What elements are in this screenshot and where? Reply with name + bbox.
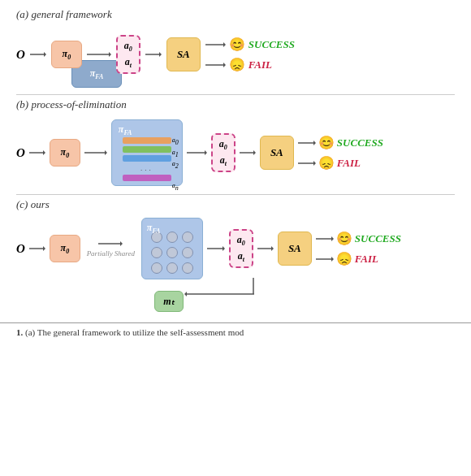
section-a: (a) general framework O π0 a0 [16,8,455,88]
happy-emoji-a: 😊 [229,37,245,52]
arrow-fail-b [298,159,316,167]
section-c: (c) ours O π0 Partially Shared πFA [16,198,455,312]
success-label-a: SUCCESS [248,38,295,51]
svg-marker-13 [105,150,107,155]
arrow-fa-actions-b [187,149,207,157]
arrow-actions-sa-c [257,244,274,253]
arrow-o-pi0-a [30,50,46,58]
svg-marker-33 [331,257,334,262]
svg-marker-21 [313,161,316,166]
divider-ab [16,94,455,95]
sad-emoji-b: 😞 [318,155,335,171]
stack-line-1 [123,146,171,153]
success-label-b: SUCCESS [337,136,383,149]
caption: 1. (a) The general framework to utilize … [0,322,471,339]
sl1: a1 [172,149,179,158]
svg-marker-17 [253,150,256,155]
action-a0-b: a0 [219,138,227,151]
pi-fa-label-c: πFA [147,222,161,235]
sa-box-c: SA [278,232,312,266]
arrow-fa-actions-c [207,244,225,253]
pi0-box-b: π0 [50,139,80,167]
section-b-title: (b) process-of-elimination [16,98,455,111]
neuron-8 [166,262,178,274]
fail-label-b: FAIL [337,157,361,170]
happy-emoji-c: 😊 [336,231,352,246]
action-at-b: at [220,154,227,167]
svg-marker-23 [43,246,45,251]
arrow-actions-sa-a [145,50,162,58]
stack-line-n [123,175,171,181]
neuron-2 [166,232,178,243]
pi-fa-neural-c: πFA [141,218,203,279]
sl0: a0 [172,136,179,146]
section-c-title: (c) ours [16,198,455,211]
arrow-actions-sa-b [240,149,256,157]
sldots [172,172,179,180]
pi0-label-b: π0 [61,146,70,159]
stack-line-0 [123,137,171,144]
action-at-c: at [238,250,244,263]
svg-marker-7 [223,42,226,47]
success-label-c: SUCCESS [355,232,401,245]
sln: an [172,182,179,192]
actions-dashed-c: a0 at [229,229,253,268]
caption-text: (a) The general framework to utilize the… [25,327,244,337]
pi-fa-stack-b: πFA ... a0 a1 a2 an [111,119,183,186]
fail-label-a: FAIL [248,58,272,71]
obs-c: O [16,242,25,256]
arrow-success-a [205,41,226,49]
fail-label-c: FAIL [355,253,378,266]
pi0-label-c: π0 [61,242,70,255]
neuron-9 [182,262,193,274]
arrow-pi0-actions-a [87,50,111,58]
happy-emoji-b: 😊 [318,135,335,150]
arrow-o-pi0-b [29,149,45,157]
stack-dots: ... [123,164,171,172]
neuron-5 [166,247,178,258]
svg-marker-31 [331,236,334,241]
svg-marker-29 [271,246,274,251]
partially-shared-label: Partially Shared [84,249,137,258]
neuron-6 [182,247,193,258]
arrow-fail-a [205,61,226,69]
actions-dashed-a: a0 at [116,35,140,74]
obs-b: O [16,146,25,160]
sa-label-c: SA [288,242,301,255]
svg-marker-25 [120,241,123,246]
svg-marker-11 [43,150,45,155]
action-a0-a: a0 [124,40,132,53]
section-a-title: (a) general framework [16,8,455,21]
neuron-3 [182,232,193,243]
svg-marker-36 [184,292,187,296]
stack-line-2 [123,155,171,162]
action-a0-c: a0 [237,234,245,247]
svg-marker-15 [205,150,207,155]
svg-marker-9 [223,63,226,67]
svg-marker-19 [313,141,316,145]
pi0-box-a: π0 [51,41,82,68]
caption-num: 1. [16,327,23,337]
actions-dashed-b: a0 at [211,133,236,172]
arrow-pi0-right-c [98,240,123,248]
svg-marker-3 [109,52,111,57]
svg-marker-5 [159,52,162,57]
arrow-success-c [316,235,334,243]
svg-marker-27 [223,246,225,251]
sad-emoji-a: 😞 [229,57,245,72]
sad-emoji-c: 😞 [336,251,352,266]
obs-a: O [16,48,25,62]
sa-label-b: SA [270,146,283,159]
divider-bc [16,194,455,195]
action-at-a: at [125,56,132,69]
neuron-4 [151,247,162,258]
arrow-fail-c [316,255,334,263]
feedback-arrow-c [122,278,284,302]
mt-box-c: mₜ [154,291,184,312]
arrow-o-pi0-c [29,244,45,253]
sa-box-b: SA [260,136,294,170]
sl2: a2 [172,160,179,170]
section-b: (b) process-of-elimination O π0 πFA ... [16,98,455,189]
arrow-success-b [298,139,316,147]
pi0-label-a: π0 [63,48,71,61]
